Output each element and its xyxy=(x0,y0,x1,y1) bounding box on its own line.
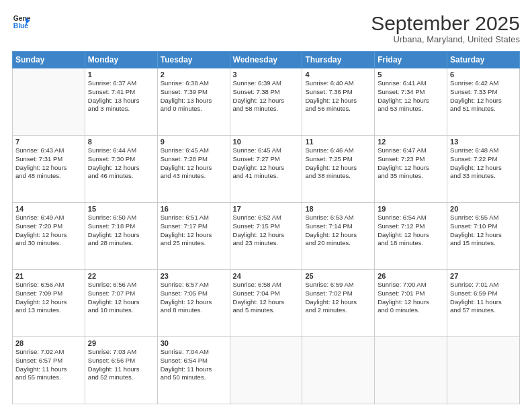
day-number: 25 xyxy=(305,272,371,280)
col-thursday: Thursday xyxy=(302,52,375,68)
calendar-cell: 14Sunrise: 6:49 AMSunset: 7:20 PMDayligh… xyxy=(13,203,85,270)
calendar-cell xyxy=(230,337,302,404)
calendar-cell: 21Sunrise: 6:56 AMSunset: 7:09 PMDayligh… xyxy=(13,270,85,337)
title-block: September 2025 Urbana, Maryland, United … xyxy=(371,12,520,44)
cell-info: Sunrise: 6:56 AMSunset: 7:07 PMDaylight:… xyxy=(88,281,154,315)
cell-info: Sunrise: 6:46 AMSunset: 7:25 PMDaylight:… xyxy=(305,146,371,181)
main-title: September 2025 xyxy=(371,12,520,34)
calendar-cell: 24Sunrise: 6:58 AMSunset: 7:04 PMDayligh… xyxy=(230,270,302,337)
col-sunday: Sunday xyxy=(13,52,85,68)
logo: General Blue xyxy=(12,12,31,31)
calendar-cell: 12Sunrise: 6:47 AMSunset: 7:23 PMDayligh… xyxy=(375,136,447,203)
calendar-cell xyxy=(375,337,447,404)
cell-info: Sunrise: 7:00 AMSunset: 7:01 PMDaylight:… xyxy=(378,281,444,315)
calendar-cell xyxy=(447,337,520,404)
cell-info: Sunrise: 6:49 AMSunset: 7:20 PMDaylight:… xyxy=(15,214,82,248)
cell-info: Sunrise: 6:40 AMSunset: 7:36 PMDaylight:… xyxy=(305,79,371,113)
calendar-cell: 2Sunrise: 6:38 AMSunset: 7:39 PMDaylight… xyxy=(157,68,230,136)
col-tuesday: Tuesday xyxy=(157,52,230,68)
day-number: 27 xyxy=(450,272,517,280)
cell-info: Sunrise: 6:52 AMSunset: 7:15 PMDaylight:… xyxy=(233,214,300,248)
day-number: 1 xyxy=(88,71,154,79)
cell-info: Sunrise: 7:03 AMSunset: 6:56 PMDaylight:… xyxy=(88,348,154,382)
day-number: 9 xyxy=(161,138,227,146)
calendar-week-row-1: 1Sunrise: 6:37 AMSunset: 7:41 PMDaylight… xyxy=(13,68,520,136)
day-number: 2 xyxy=(161,71,227,79)
cell-info: Sunrise: 6:44 AMSunset: 7:30 PMDaylight:… xyxy=(88,146,154,181)
calendar-cell: 15Sunrise: 6:50 AMSunset: 7:18 PMDayligh… xyxy=(85,203,157,270)
cell-info: Sunrise: 6:43 AMSunset: 7:31 PMDaylight:… xyxy=(15,146,82,181)
day-number: 12 xyxy=(378,138,444,146)
day-number: 7 xyxy=(15,138,82,146)
day-number: 13 xyxy=(450,138,517,146)
cell-info: Sunrise: 7:04 AMSunset: 6:54 PMDaylight:… xyxy=(161,348,227,382)
calendar-cell: 11Sunrise: 6:46 AMSunset: 7:25 PMDayligh… xyxy=(302,136,375,203)
cell-info: Sunrise: 6:45 AMSunset: 7:27 PMDaylight:… xyxy=(233,146,300,181)
calendar-cell: 19Sunrise: 6:54 AMSunset: 7:12 PMDayligh… xyxy=(375,203,447,270)
calendar-cell: 22Sunrise: 6:56 AMSunset: 7:07 PMDayligh… xyxy=(85,270,157,337)
cell-info: Sunrise: 6:39 AMSunset: 7:38 PMDaylight:… xyxy=(233,79,300,113)
cell-info: Sunrise: 6:51 AMSunset: 7:17 PMDaylight:… xyxy=(161,214,227,248)
calendar-cell: 26Sunrise: 7:00 AMSunset: 7:01 PMDayligh… xyxy=(375,270,447,337)
col-monday: Monday xyxy=(85,52,157,68)
day-number: 15 xyxy=(88,205,154,213)
day-number: 26 xyxy=(378,272,444,280)
calendar-cell: 10Sunrise: 6:45 AMSunset: 7:27 PMDayligh… xyxy=(230,136,302,203)
cell-info: Sunrise: 6:55 AMSunset: 7:10 PMDaylight:… xyxy=(450,214,517,248)
day-number: 11 xyxy=(305,138,371,146)
day-number: 3 xyxy=(233,71,300,79)
calendar-table: Sunday Monday Tuesday Wednesday Thursday… xyxy=(12,51,520,404)
cell-info: Sunrise: 6:42 AMSunset: 7:33 PMDaylight:… xyxy=(450,79,517,113)
day-number: 18 xyxy=(305,205,371,213)
day-number: 16 xyxy=(161,205,227,213)
cell-info: Sunrise: 6:54 AMSunset: 7:12 PMDaylight:… xyxy=(378,214,444,248)
day-number: 20 xyxy=(450,205,517,213)
calendar-cell: 8Sunrise: 6:44 AMSunset: 7:30 PMDaylight… xyxy=(85,136,157,203)
calendar-cell xyxy=(302,337,375,404)
calendar-cell: 1Sunrise: 6:37 AMSunset: 7:41 PMDaylight… xyxy=(85,68,157,136)
day-number: 17 xyxy=(233,205,300,213)
day-number: 5 xyxy=(378,71,444,79)
day-number: 6 xyxy=(450,71,517,79)
day-number: 24 xyxy=(233,272,300,280)
calendar-week-row-4: 21Sunrise: 6:56 AMSunset: 7:09 PMDayligh… xyxy=(13,270,520,337)
day-number: 30 xyxy=(161,339,227,347)
calendar-cell: 7Sunrise: 6:43 AMSunset: 7:31 PMDaylight… xyxy=(13,136,85,203)
calendar-week-row-2: 7Sunrise: 6:43 AMSunset: 7:31 PMDaylight… xyxy=(13,136,520,203)
day-number: 19 xyxy=(378,205,444,213)
calendar-cell: 30Sunrise: 7:04 AMSunset: 6:54 PMDayligh… xyxy=(157,337,230,404)
day-number: 10 xyxy=(233,138,300,146)
cell-info: Sunrise: 6:56 AMSunset: 7:09 PMDaylight:… xyxy=(15,281,82,315)
calendar-cell: 3Sunrise: 6:39 AMSunset: 7:38 PMDaylight… xyxy=(230,68,302,136)
cell-info: Sunrise: 6:37 AMSunset: 7:41 PMDaylight:… xyxy=(88,79,154,113)
day-number: 23 xyxy=(161,272,227,280)
calendar-cell: 25Sunrise: 6:59 AMSunset: 7:02 PMDayligh… xyxy=(302,270,375,337)
calendar-cell xyxy=(13,68,85,136)
header: General Blue September 2025 Urbana, Mary… xyxy=(12,12,520,44)
page: General Blue September 2025 Urbana, Mary… xyxy=(0,0,532,411)
day-number: 8 xyxy=(88,138,154,146)
col-friday: Friday xyxy=(375,52,447,68)
calendar-week-row-3: 14Sunrise: 6:49 AMSunset: 7:20 PMDayligh… xyxy=(13,203,520,270)
calendar-cell: 17Sunrise: 6:52 AMSunset: 7:15 PMDayligh… xyxy=(230,203,302,270)
col-wednesday: Wednesday xyxy=(230,52,302,68)
calendar-header-row: Sunday Monday Tuesday Wednesday Thursday… xyxy=(13,52,520,68)
day-number: 21 xyxy=(15,272,82,280)
cell-info: Sunrise: 7:01 AMSunset: 6:59 PMDaylight:… xyxy=(450,281,517,315)
cell-info: Sunrise: 7:02 AMSunset: 6:57 PMDaylight:… xyxy=(15,348,82,382)
cell-info: Sunrise: 6:38 AMSunset: 7:39 PMDaylight:… xyxy=(161,79,227,113)
day-number: 28 xyxy=(15,339,82,347)
cell-info: Sunrise: 6:47 AMSunset: 7:23 PMDaylight:… xyxy=(378,146,444,181)
calendar-cell: 20Sunrise: 6:55 AMSunset: 7:10 PMDayligh… xyxy=(447,203,520,270)
calendar-cell: 5Sunrise: 6:41 AMSunset: 7:34 PMDaylight… xyxy=(375,68,447,136)
day-number: 14 xyxy=(15,205,82,213)
cell-info: Sunrise: 6:57 AMSunset: 7:05 PMDaylight:… xyxy=(161,281,227,315)
day-number: 4 xyxy=(305,71,371,79)
subtitle: Urbana, Maryland, United States xyxy=(371,34,520,44)
calendar-cell: 9Sunrise: 6:45 AMSunset: 7:28 PMDaylight… xyxy=(157,136,230,203)
col-saturday: Saturday xyxy=(447,52,520,68)
calendar-cell: 27Sunrise: 7:01 AMSunset: 6:59 PMDayligh… xyxy=(447,270,520,337)
calendar-cell: 18Sunrise: 6:53 AMSunset: 7:14 PMDayligh… xyxy=(302,203,375,270)
calendar-cell: 28Sunrise: 7:02 AMSunset: 6:57 PMDayligh… xyxy=(13,337,85,404)
calendar-cell: 13Sunrise: 6:48 AMSunset: 7:22 PMDayligh… xyxy=(447,136,520,203)
